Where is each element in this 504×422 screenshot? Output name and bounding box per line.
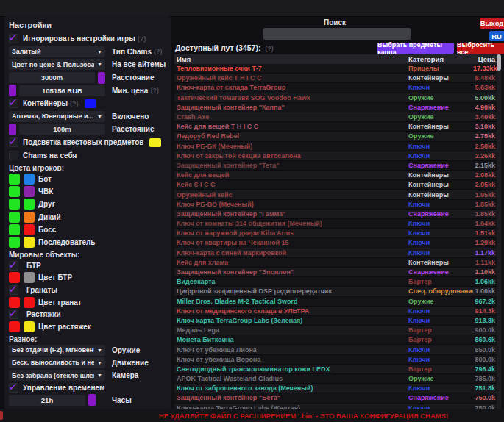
player-color-swatch-2[interactable] (24, 237, 35, 248)
weapon-select[interactable]: Без отдачи (F2), Мгновенное п ▼ (9, 345, 105, 356)
table-scrollbar-thumb[interactable] (497, 54, 501, 71)
category-filter-select[interactable]: Аптечка, Ювелирные и... ▼ (9, 111, 105, 122)
movement-select[interactable]: Беск. выносливость и нет уста ▼ (9, 357, 105, 368)
tripwires-checkbox[interactable]: ✓ (9, 310, 18, 319)
table-row[interactable]: Ключ от комнаты 314 общежития (Меченый) … (174, 219, 501, 229)
player-color-swatch-2[interactable] (24, 224, 35, 235)
item-category: Контейнеры (408, 171, 473, 179)
distance2-color-swatch[interactable] (9, 124, 16, 135)
table-row[interactable]: Crash Axe Оружие 3.40kk (174, 112, 501, 122)
camera-select[interactable]: Без забрала (стекло шлема) ▼ (9, 370, 105, 381)
player-color-swatch-2[interactable] (24, 199, 35, 210)
table-row[interactable]: Miller Bros. Blades M-2 Tactical Sword О… (174, 297, 501, 307)
table-row[interactable]: Светодиодный трансиллюминатор кожи LEDX … (174, 365, 501, 374)
distance2-input[interactable]: 100m (19, 124, 105, 135)
player-color-swatch-1[interactable] (9, 186, 20, 197)
table-row[interactable]: Кейс S I C C Контейнеры 2.05kk (174, 180, 501, 190)
table-row[interactable]: Ледоруб Red Rebel Оружие 2.75kk (174, 132, 501, 141)
quest-highlight-label: Подсветка квестовых предметов (23, 138, 143, 146)
grenade-color-swatch-2[interactable] (24, 297, 35, 308)
table-row[interactable]: Защищенный контейнер "Гамма" Снаряжение … (174, 210, 501, 219)
table-row[interactable]: Тактический томагавк SOG Voodoo Hawk Ору… (174, 93, 501, 103)
exit-button[interactable]: Выход (480, 18, 504, 29)
hours-input[interactable]: 21h (9, 395, 85, 406)
quest-highlight-checkbox[interactable]: ✓ (9, 137, 18, 147)
loot-title-hint[interactable]: (?) (265, 45, 274, 52)
item-category: Бартер (408, 326, 473, 334)
tripwire-color-swatch-1[interactable] (9, 321, 20, 332)
item-name: Оружейный кейс T H I C C (174, 74, 408, 82)
table-row[interactable]: Монета Биткоина Бартер 860.6k (174, 335, 501, 345)
drop-all-button[interactable]: Выбросить все (457, 43, 504, 54)
table-row[interactable]: Кейс для вещей T H I C C Контейнеры 3.10… (174, 122, 501, 132)
player-color-swatch-1[interactable] (9, 224, 20, 235)
player-color-swatch-1[interactable] (9, 237, 20, 248)
tripwire-color-swatch-2[interactable] (24, 321, 35, 332)
player-color-swatch-1[interactable] (9, 199, 20, 210)
color-mode-select[interactable]: Цвет по цене & Пользователь ▼ (9, 59, 105, 70)
player-color-swatch-2[interactable] (24, 174, 35, 185)
table-row[interactable]: Защищенный контейнер "Эпсилон" Снаряжени… (174, 268, 501, 277)
btr-checkbox[interactable]: ✓ (9, 261, 18, 271)
table-row[interactable]: Ключ-карта с синей маркировкой Ключи 1.1… (174, 248, 501, 258)
min-price-hint[interactable]: (?) (150, 87, 159, 94)
table-row[interactable]: APOK Tactical Wasteland Gladius Оружие 7… (174, 374, 501, 384)
player-color-swatch-1[interactable] (9, 174, 20, 185)
distance-input[interactable]: 3000m (9, 72, 95, 83)
table-row[interactable]: Ключ РБ-БК (Меченый) Ключи 2.58kk (174, 142, 501, 151)
table-row[interactable]: Ключ от убежища Лиона Ключи 850.0k (174, 345, 501, 354)
table-row[interactable]: Ключ от наружной двери Kiba Arms Ключи 1… (174, 229, 501, 238)
table-row[interactable]: Оружейный кейс Контейнеры 1.95kk (174, 190, 501, 199)
table-scrollbar[interactable] (497, 54, 501, 409)
chams-self-checkbox[interactable]: ✓ (9, 151, 18, 160)
table-row[interactable]: Ключ от квартиры на Чеканной 15 Ключи 1.… (174, 238, 501, 248)
containers-color-swatch[interactable] (85, 99, 96, 108)
table-row[interactable]: Кейс для вещей Контейнеры 2.08kk (174, 171, 501, 180)
search-input[interactable] (263, 28, 411, 40)
min-price-input[interactable]: 105156 RUB (19, 85, 105, 96)
btr-color-swatch-1[interactable] (9, 272, 20, 283)
table-row[interactable]: Защищенный контейнер "Тета" Снаряжение 2… (174, 161, 501, 171)
time-control-checkbox[interactable]: ✓ (9, 383, 18, 393)
player-color-swatch-1[interactable] (9, 212, 20, 223)
column-header-name[interactable]: Имя (174, 55, 408, 63)
table-row[interactable]: Защищенный контейнер "Каппа" Снаряжение … (174, 103, 501, 112)
grenade-color-swatch-1[interactable] (9, 297, 20, 308)
grenades-checkbox[interactable]: ✓ (9, 285, 18, 295)
table-row[interactable]: Оружейный кейс T H I C C Контейнеры 8.48… (174, 74, 501, 83)
table-row[interactable]: Ключ-карта TerraGroup Labs (Зеленая) Клю… (174, 316, 501, 326)
table-row[interactable]: Защищенный контейнер "Бета" Снаряжение 7… (174, 393, 501, 403)
ignore-game-settings-hint[interactable]: (?) (138, 35, 146, 43)
player-color-swatch-2[interactable] (24, 186, 35, 197)
item-category: Оружие (408, 298, 473, 305)
containers-hint[interactable]: (?) (70, 100, 79, 107)
table-row[interactable]: Ключ РБ-ВО (Меченый) Ключи 1.85kk (174, 200, 501, 210)
btr-color-swatch-2[interactable] (24, 272, 35, 283)
distance-color-swatch[interactable] (98, 72, 105, 84)
table-row[interactable]: Ключ от медицинского склада в УЛЬТРА Клю… (174, 307, 501, 316)
min-price-color-swatch[interactable] (9, 85, 16, 96)
ignore-game-settings-checkbox[interactable]: ✓ (9, 34, 18, 43)
table-row[interactable]: Тепловизионные очки Т-7 Прицелы 17.33kk (174, 64, 501, 74)
table-row[interactable]: Ключ от закрытой секции автосалона Ключи… (174, 151, 501, 161)
table-row[interactable]: Ключ от заброшенного завода (Меченый) Кл… (174, 384, 501, 393)
table-row[interactable]: Цифровой защищенный DSP радиопередатчик … (174, 287, 501, 296)
table-row[interactable]: Ключ от убежища Ворона Ключи 800.0k (174, 355, 501, 365)
item-category: Ключи (408, 346, 473, 354)
table-row[interactable]: Видеокарта Бартер 1.06kk (174, 277, 501, 287)
quest-highlight-color-swatch[interactable] (149, 138, 161, 147)
select-kappa-items-button[interactable]: Выбрать предметы каппа (377, 43, 454, 54)
camera-row: Без забрала (стекло шлема) ▼ Камера (9, 369, 166, 382)
language-button[interactable]: RU (489, 31, 504, 41)
table-row[interactable]: Ключ-карта TerraGroup Labs (Желтая) Ключ… (174, 404, 501, 409)
player-color-swatch-2[interactable] (24, 212, 35, 223)
hours-color-swatch[interactable] (88, 394, 96, 406)
column-header-category[interactable]: Категория (408, 55, 473, 63)
item-category: Снаряжение (408, 268, 473, 276)
chams-type-select[interactable]: Залитый ▼ (9, 46, 105, 57)
chams-type-hint[interactable]: (?) (154, 48, 163, 55)
containers-checkbox[interactable]: ✓ (9, 99, 18, 108)
table-row[interactable]: Медаль Lega Бартер 900.0k (174, 326, 501, 335)
table-row[interactable]: Ключ-карта от склада TerraGroup Ключи 5.… (174, 83, 501, 93)
table-row[interactable]: Кейс для хлама Контейнеры 1.11kk (174, 258, 501, 268)
